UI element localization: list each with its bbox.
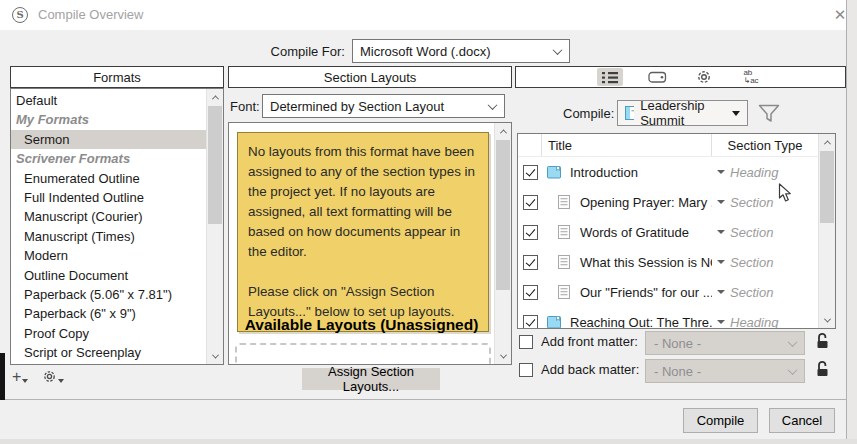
format-item[interactable]: Outline Document xyxy=(11,266,206,285)
row-title: What this Session is NOT xyxy=(576,255,712,270)
format-group-label: Scrivener Formats xyxy=(11,149,206,168)
include-checkbox[interactable] xyxy=(523,315,538,330)
row-title: Words of Gratitude xyxy=(576,225,712,240)
format-item[interactable]: Vellum Export xyxy=(11,362,206,365)
compile-overview-dialog: S Compile Overview ✕ Compile For: Micros… xyxy=(0,0,857,444)
unlock-icon[interactable] xyxy=(815,332,830,352)
list-view-icon[interactable] xyxy=(597,68,623,86)
cancel-button[interactable]: Cancel xyxy=(769,408,835,433)
table-rows: IntroductionHeadingOpening Prayer: Mary … xyxy=(518,157,818,329)
dropdown-arrow-icon xyxy=(717,170,725,174)
section-type-value: Heading xyxy=(730,315,818,330)
formats-list-panel: DefaultMy FormatsSermonScrivener Formats… xyxy=(10,88,224,365)
format-item[interactable]: Paperback (6" x 9") xyxy=(11,304,206,323)
section-layouts-header: Section Layouts xyxy=(228,66,512,88)
compile-button[interactable]: Compile xyxy=(683,408,758,433)
chevron-down-icon xyxy=(788,365,798,375)
format-item[interactable]: Proof Copy xyxy=(11,324,206,343)
format-item[interactable]: Enumerated Outline xyxy=(11,169,206,188)
font-label: Font: xyxy=(230,99,260,114)
caret-down-icon xyxy=(58,379,64,383)
section-type-value: Section xyxy=(730,285,818,300)
chevron-down-icon xyxy=(553,45,563,55)
add-format-button[interactable]: + xyxy=(12,370,28,384)
format-group-label: My Formats xyxy=(11,110,206,129)
contents-scrollbar[interactable] xyxy=(818,134,835,328)
scroll-down-icon[interactable] xyxy=(211,351,218,358)
gear-icon[interactable] xyxy=(691,68,717,86)
format-item[interactable]: Sermon xyxy=(11,130,206,149)
include-checkbox[interactable] xyxy=(523,195,538,210)
row-title: Reaching Out: The Thre... xyxy=(566,315,712,330)
format-item[interactable]: Default xyxy=(11,91,206,110)
front-matter-checkbox[interactable] xyxy=(519,335,533,349)
format-item[interactable]: Manuscript (Courier) xyxy=(11,207,206,226)
section-type-dropdown[interactable] xyxy=(712,170,730,174)
back-matter-row: Add back matter: xyxy=(519,362,639,377)
assign-section-layouts-button[interactable]: Assign Section Layouts... xyxy=(302,368,440,390)
window-title: Compile Overview xyxy=(38,7,143,22)
format-item[interactable]: Paperback (5.06" x 7.81") xyxy=(11,285,206,304)
scroll-up-icon[interactable] xyxy=(211,95,218,102)
formats-header: Formats xyxy=(10,66,224,88)
format-item[interactable]: Full Indented Outline xyxy=(11,188,206,207)
front-matter-select[interactable]: - None - xyxy=(645,331,805,355)
dropdown-arrow-icon xyxy=(717,320,725,324)
replacements-icon[interactable]: ab↳ac xyxy=(738,68,764,86)
table-row[interactable]: Opening Prayer: Mary ...Section xyxy=(518,187,818,217)
document-icon xyxy=(625,106,634,120)
section-type-dropdown[interactable] xyxy=(712,320,730,324)
back-matter-checkbox[interactable] xyxy=(519,363,533,377)
back-matter-select[interactable]: - None - xyxy=(645,359,805,383)
scrollbar-thumb[interactable] xyxy=(208,106,222,224)
scrollbar-thumb[interactable] xyxy=(820,151,834,223)
tag-icon[interactable] xyxy=(644,68,670,86)
table-row[interactable]: What this Session is NOTSection xyxy=(518,247,818,277)
format-options-button[interactable] xyxy=(42,369,64,384)
row-title: Our "Friends" for our ... xyxy=(576,285,712,300)
format-item[interactable]: Script or Screenplay xyxy=(11,343,206,362)
font-select[interactable]: Determined by Section Layout xyxy=(262,94,505,118)
available-layouts-heading: Available Layouts (Unassigned) xyxy=(229,316,494,334)
compile-group-select[interactable]: Leadership Summit xyxy=(617,100,748,126)
footer-divider xyxy=(0,399,857,400)
scrollbar-thumb[interactable] xyxy=(496,140,510,290)
back-matter-label: Add back matter: xyxy=(541,362,639,377)
table-row[interactable]: IntroductionHeading xyxy=(518,157,818,187)
unlock-icon[interactable] xyxy=(815,360,830,380)
section-type-dropdown[interactable] xyxy=(712,200,730,204)
folder-icon xyxy=(547,315,562,329)
title-column-header: Title xyxy=(542,134,712,156)
dropdown-arrow-icon xyxy=(732,111,740,116)
section-type-dropdown[interactable] xyxy=(712,260,730,264)
format-item[interactable]: Manuscript (Times) xyxy=(11,227,206,246)
document-icon xyxy=(558,225,570,239)
no-layouts-notice: No layouts from this format have been as… xyxy=(237,132,489,332)
include-checkbox[interactable] xyxy=(523,225,538,240)
scroll-up-icon[interactable] xyxy=(499,129,506,136)
section-type-dropdown[interactable] xyxy=(712,290,730,294)
section-type-dropdown[interactable] xyxy=(712,230,730,234)
table-row[interactable]: Words of GratitudeSection xyxy=(518,217,818,247)
scroll-down-icon[interactable] xyxy=(823,315,830,322)
compile-for-select[interactable]: Microsoft Word (.docx) xyxy=(352,39,570,63)
contents-table: Title Section Type IntroductionHeadingOp… xyxy=(517,133,836,329)
compile-group-value: Leadership Summit xyxy=(640,98,726,128)
include-checkbox[interactable] xyxy=(523,285,538,300)
filter-icon[interactable] xyxy=(757,103,781,128)
window-right-edge xyxy=(847,0,857,444)
include-checkbox[interactable] xyxy=(523,255,538,270)
table-row[interactable]: Our "Friends" for our ...Section xyxy=(518,277,818,307)
format-item[interactable]: Modern xyxy=(11,246,206,265)
formats-scrollbar[interactable] xyxy=(206,89,223,364)
section-type-value: Section xyxy=(730,195,818,210)
scroll-up-icon[interactable] xyxy=(823,140,830,147)
row-title: Opening Prayer: Mary ... xyxy=(576,195,712,210)
scroll-down-icon[interactable] xyxy=(499,351,506,358)
layouts-scrollbar[interactable] xyxy=(494,123,511,364)
chevron-down-icon xyxy=(488,100,498,110)
table-row[interactable]: Reaching Out: The Thre...Heading xyxy=(518,307,818,329)
background-window-sliver xyxy=(0,353,5,400)
compile-for-label: Compile For: xyxy=(230,44,345,59)
include-checkbox[interactable] xyxy=(523,165,538,180)
